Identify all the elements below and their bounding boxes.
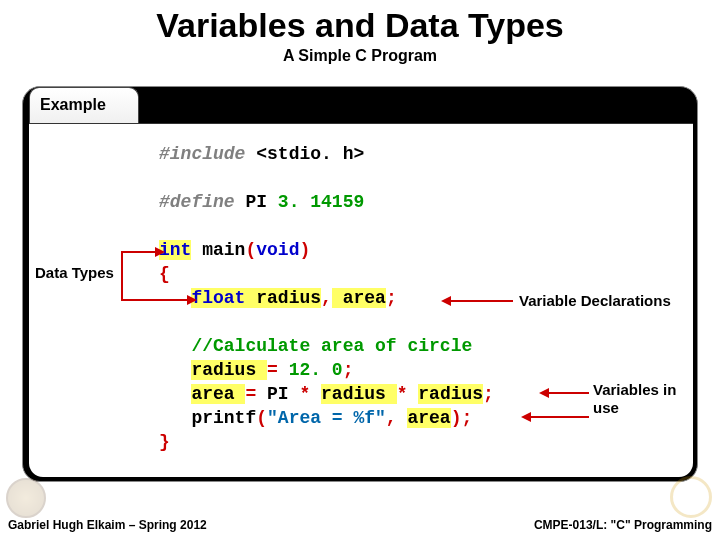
arrow-head-dt-float [187,295,197,305]
arrow-dt-float [121,299,189,301]
rparen: ) [299,240,310,260]
tok-area2: area [407,408,450,428]
tok-area: area [191,384,245,404]
star2: * [397,384,419,404]
arrow-viu1 [547,392,589,394]
arrow-dt-int [121,251,157,253]
page-title: Variables and Data Types [0,6,720,45]
example-panel: Example #include <stdio. h> #define PI 3… [22,86,698,482]
rbrace: } [159,432,170,452]
tok-radius2: radius [321,384,397,404]
kw-float: float [191,288,245,308]
rparen2: ) [451,408,462,428]
lparen2: ( [256,408,267,428]
include-lib: <stdio. h> [245,144,364,164]
semi: ; [386,288,397,308]
arrow-vd [449,300,513,302]
define-directive: #define [159,192,235,212]
fn-main: main [191,240,245,260]
star1: * [299,384,321,404]
comma2: , [386,408,408,428]
fn-printf: printf [191,408,256,428]
arrow-dt-vert [121,251,123,301]
panel-body: #include <stdio. h> #define PI 3. 14159 … [29,123,693,477]
define-value: 3. 14159 [278,192,364,212]
arrow-head-viu1 [539,388,549,398]
num-12: 12. 0 [289,360,343,380]
var-area: area [332,288,386,308]
label-var-decl: Variable Declarations [519,292,671,310]
vars-in-use-line1: Variables in [593,381,676,398]
arrow-viu2 [529,416,589,418]
lparen: ( [245,240,256,260]
eq: = [267,360,289,380]
semi4: ; [462,408,473,428]
vars-in-use-line2: use [593,399,619,416]
include-directive: #include [159,144,245,164]
arrow-head-viu2 [521,412,531,422]
eq2: = [245,384,267,404]
soe-seal-icon [0,476,46,522]
label-vars-in-use: Variables in use [593,381,676,417]
kw-void: void [256,240,299,260]
semi2: ; [343,360,354,380]
define-name: PI [235,192,278,212]
tok-radius: radius [191,360,267,380]
var-radius: radius [245,288,321,308]
tok-radius3: radius [418,384,483,404]
arrow-head-dt-int [155,247,165,257]
comma: , [321,288,332,308]
label-data-types: Data Types [35,264,114,281]
comment: //Calculate area of circle [191,336,472,356]
arrow-head-vd [441,296,451,306]
lbrace: { [159,264,170,284]
ucsc-logo-icon [660,474,720,522]
footer-course: CMPE-013/L: "C" Programming [534,518,712,532]
tab-example: Example [29,87,139,123]
semi3: ; [483,384,494,404]
string-literal: "Area = %f" [267,408,386,428]
footer-author: Gabriel Hugh Elkaim – Spring 2012 [8,518,207,532]
page-subtitle: A Simple C Program [0,47,720,65]
tok-pi: PI [267,384,299,404]
